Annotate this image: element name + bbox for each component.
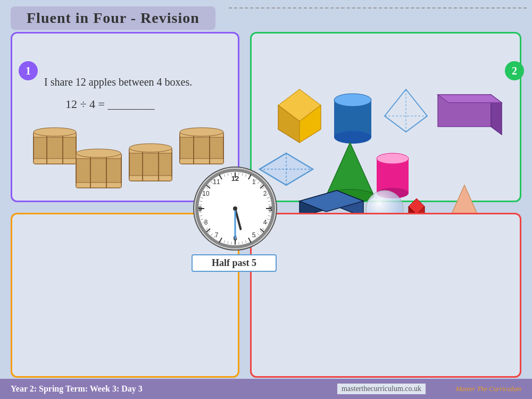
- question-4-box: 4 7 × 2 = Half of 10 × 9 = 9 ×: [250, 213, 521, 378]
- svg-text:1: 1: [252, 178, 256, 186]
- svg-point-29: [334, 131, 371, 144]
- svg-line-109: [231, 242, 232, 245]
- svg-marker-40: [326, 143, 374, 196]
- svg-point-23: [180, 128, 223, 136]
- clock-face: 12 6 3 9 1 2 4 5 7 8 10 11: [192, 165, 279, 252]
- shapes-image: [257, 84, 512, 228]
- svg-rect-14: [129, 176, 172, 181]
- footer-logo: Master The Curriculum: [456, 385, 522, 393]
- svg-marker-36: [438, 95, 502, 103]
- svg-point-45: [377, 153, 409, 164]
- footer-website: masterthecurriculum.co.uk: [337, 384, 426, 394]
- clock-label: Half past 5: [192, 254, 277, 272]
- svg-point-11: [76, 149, 121, 157]
- svg-point-147: [233, 206, 237, 211]
- footer-bar: Year 2: Spring Term: Week 3: Day 3 maste…: [0, 379, 532, 399]
- svg-text:2: 2: [263, 190, 267, 197]
- svg-text:3: 3: [268, 205, 272, 213]
- q2-circle: 2: [505, 61, 524, 80]
- svg-text:11: 11: [213, 178, 220, 186]
- svg-text:7: 7: [215, 231, 219, 239]
- svg-text:8: 8: [204, 219, 208, 226]
- footer-term-info: Year 2: Spring Term: Week 3: Day 3: [11, 384, 143, 394]
- svg-line-108: [239, 242, 239, 245]
- clock-container: 12 6 3 9 1 2 4 5 7 8 10 11: [192, 165, 279, 254]
- dashed-divider: [229, 7, 527, 9]
- svg-rect-20: [180, 159, 223, 164]
- svg-marker-31: [385, 89, 427, 132]
- svg-text:12: 12: [231, 174, 239, 182]
- svg-rect-2: [34, 159, 76, 164]
- svg-point-5: [34, 128, 76, 136]
- q1-circle: 1: [19, 61, 38, 80]
- svg-text:9: 9: [198, 205, 202, 213]
- svg-point-30: [334, 94, 371, 106]
- page-title: Fluent in Four - Revision: [11, 6, 215, 30]
- question-2-box: 2 Find all the pyramids.: [250, 32, 521, 202]
- svg-point-17: [129, 144, 172, 152]
- q1-equation: 12 ÷ 4 = ________: [65, 97, 154, 111]
- svg-text:5: 5: [252, 231, 256, 239]
- q1-text: I share 12 apples between 4 boxes.: [44, 76, 192, 88]
- svg-text:10: 10: [202, 190, 210, 197]
- svg-text:4: 4: [263, 219, 267, 226]
- svg-rect-8: [76, 182, 121, 188]
